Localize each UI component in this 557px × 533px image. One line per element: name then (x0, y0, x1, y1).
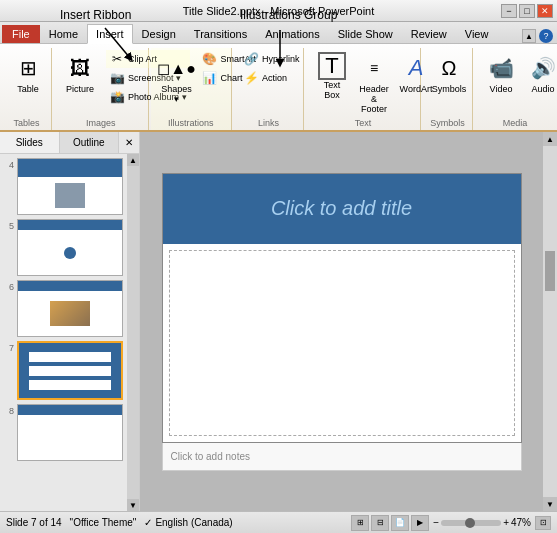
slide-panel-scrollbar[interactable]: ▲ ▼ (127, 154, 139, 511)
ribbon-group-symbols: Ω Symbols Symbols (423, 48, 473, 130)
main-area: Slides Outline ✕ 4 (0, 132, 557, 511)
notes-area[interactable]: Click to add notes (162, 443, 522, 471)
slide-thumb-4[interactable]: 4 (4, 158, 123, 215)
slide-4-image (55, 183, 85, 208)
action-button[interactable]: ⚡ Action (240, 69, 303, 87)
table-icon: ⊞ (12, 52, 44, 84)
title-bar-controls: − □ ✕ (501, 4, 553, 18)
slide-panel-tabs: Slides Outline ✕ (0, 132, 139, 154)
zoom-slider[interactable] (441, 520, 501, 526)
tab-animations[interactable]: Animations (256, 24, 328, 43)
picture-icon: 🖼 (64, 52, 96, 84)
slide-6-image (50, 301, 90, 326)
slide-thumb-5[interactable]: 5 (4, 219, 123, 276)
screenshot-icon: 📷 (109, 70, 125, 86)
tab-file[interactable]: File (2, 25, 40, 43)
slide-num-7: 7 (4, 341, 14, 353)
shapes-button[interactable]: ◻▲● Shapes ▾ (157, 50, 197, 106)
scroll-down-arrow[interactable]: ▼ (127, 499, 139, 511)
tab-view[interactable]: View (456, 24, 498, 43)
slide-img-8 (17, 404, 123, 461)
scroll-up-arrow[interactable]: ▲ (127, 154, 139, 166)
ribbon-group-links: 🔗 Hyperlink ⚡ Action Links (234, 48, 304, 130)
ribbon-group-images: 🖼 Picture ✂ Clip Art 📷 Screenshot ▾ 📸 Ph… (54, 48, 149, 130)
textbox-icon: T (318, 52, 346, 80)
ribbon-tabs: File Home Insert Design Transitions Anim… (0, 22, 557, 44)
fit-window-button[interactable]: ⊡ (535, 516, 551, 530)
help-button[interactable]: ? (539, 29, 553, 43)
audio-button[interactable]: 🔊 Audio (523, 50, 557, 96)
chart-icon: 📊 (202, 70, 218, 86)
slide-thumb-7[interactable]: 7 (4, 341, 123, 400)
video-button[interactable]: 📹 Video (481, 50, 521, 96)
video-icon: 📹 (485, 52, 517, 84)
ribbon-group-media: 📹 Video 🔊 Audio Media (475, 48, 555, 130)
panel-close-button[interactable]: ✕ (119, 132, 139, 153)
ribbon-group-text: T Text Box ≡ Header & Footer A WordArt T… (306, 48, 421, 130)
slide-img-7 (17, 341, 123, 400)
slide-body-area[interactable] (169, 250, 515, 436)
picture-button[interactable]: 🖼 Picture (60, 50, 100, 96)
slide-5-dot (64, 247, 76, 259)
slide-img-4 (17, 158, 123, 215)
close-button[interactable]: ✕ (537, 4, 553, 18)
zoom-plus-button[interactable]: + (503, 517, 509, 528)
clip-art-icon: ✂ (109, 51, 125, 67)
main-scroll-up[interactable]: ▲ (543, 132, 557, 146)
ribbon-collapse-button[interactable]: ▲ (522, 29, 536, 43)
outline-tab[interactable]: Outline (60, 132, 120, 153)
view-buttons: ⊞ ⊟ 📄 ▶ (351, 515, 429, 531)
tab-slideshow[interactable]: Slide Show (329, 24, 402, 43)
photo-album-icon: 📸 (109, 89, 125, 105)
reading-view-button[interactable]: 📄 (391, 515, 409, 531)
maximize-button[interactable]: □ (519, 4, 535, 18)
main-scroll-down[interactable]: ▼ (543, 497, 557, 511)
zoom-level: 47% (511, 517, 531, 528)
title-bar: Title Slide2.pptx - Microsoft PowerPoint… (0, 0, 557, 22)
fit-buttons: ⊡ (535, 516, 551, 530)
slideshow-view-button[interactable]: ▶ (411, 515, 429, 531)
ribbon: ⊞ Table Tables 🖼 Picture ✂ Clip Art 📷 Sc… (0, 44, 557, 132)
slide-panel: Slides Outline ✕ 4 (0, 132, 140, 511)
main-scrollbar[interactable]: ▲ ▼ (543, 132, 557, 511)
ribbon-group-illustrations: ◻▲● Shapes ▾ 🎨 SmartArt 📊 Chart Illustra… (151, 48, 232, 130)
language-info: ✓ English (Canada) (144, 517, 232, 528)
slide-sorter-button[interactable]: ⊟ (371, 515, 389, 531)
ribbon-group-tables: ⊞ Table Tables (2, 48, 52, 130)
action-icon: ⚡ (243, 70, 259, 86)
slide-thumb-8[interactable]: 8 (4, 404, 123, 461)
slide-img-6 (17, 280, 123, 337)
slide-num-5: 5 (4, 219, 14, 231)
hyperlink-button[interactable]: 🔗 Hyperlink (240, 50, 303, 68)
header-footer-button[interactable]: ≡ Header & Footer (354, 50, 394, 116)
slide-title-placeholder[interactable]: Click to add title (163, 174, 521, 244)
status-bar: Slide 7 of 14 "Office Theme" ✓ English (… (0, 511, 557, 533)
main-scroll-track[interactable] (543, 146, 557, 497)
zoom-area: − + 47% (433, 517, 531, 528)
header-footer-icon: ≡ (358, 52, 390, 84)
theme-info: "Office Theme" (70, 517, 137, 528)
tab-home[interactable]: Home (40, 24, 87, 43)
tab-design[interactable]: Design (133, 24, 185, 43)
slide-img-5 (17, 219, 123, 276)
zoom-minus-button[interactable]: − (433, 517, 439, 528)
normal-view-button[interactable]: ⊞ (351, 515, 369, 531)
textbox-button[interactable]: T Text Box (312, 50, 352, 102)
slide-content-area: Click to add title Click to add notes (140, 132, 543, 511)
status-right: ⊞ ⊟ 📄 ▶ − + 47% ⊡ (351, 515, 551, 531)
main-scroll-thumb[interactable] (545, 251, 555, 291)
slide-num-4: 4 (4, 158, 14, 170)
title-bar-text: Title Slide2.pptx - Microsoft PowerPoint (183, 5, 375, 17)
minimize-button[interactable]: − (501, 4, 517, 18)
shapes-icon: ◻▲● (161, 52, 193, 84)
slides-tab[interactable]: Slides (0, 132, 60, 153)
audio-icon: 🔊 (527, 52, 557, 84)
tab-review[interactable]: Review (402, 24, 456, 43)
symbols-button[interactable]: Ω Symbols (429, 50, 469, 96)
smartart-icon: 🎨 (202, 51, 218, 67)
slide-num-8: 8 (4, 404, 14, 416)
table-button[interactable]: ⊞ Table (8, 50, 48, 96)
slide-thumb-6[interactable]: 6 (4, 280, 123, 337)
tab-transitions[interactable]: Transitions (185, 24, 256, 43)
tab-insert[interactable]: Insert (87, 24, 133, 44)
